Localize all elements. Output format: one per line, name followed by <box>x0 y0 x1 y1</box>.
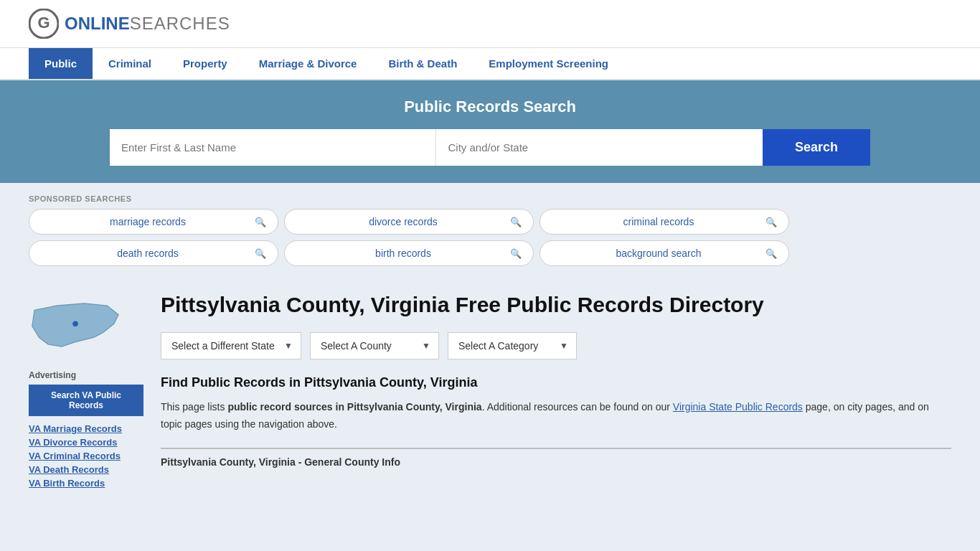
logo-searches: SEARCHES <box>130 14 230 34</box>
search-banner: Public Records Search Search <box>0 80 980 183</box>
find-records-title: Find Public Records in Pittsylvania Coun… <box>161 375 951 390</box>
find-text-bold: public record sources in Pittsylvania Co… <box>227 401 481 413</box>
category-dropdown-wrapper: Select A Category ▼ <box>448 332 577 359</box>
sponsored-pill-4[interactable]: birth records 🔍 <box>284 240 534 266</box>
sponsored-pill-2[interactable]: criminal records 🔍 <box>540 209 789 235</box>
sidebar-link-criminal[interactable]: VA Criminal Records <box>29 451 143 461</box>
advertising-label: Advertising <box>29 370 143 380</box>
find-text-2: . Additional resources can be found on o… <box>482 401 673 413</box>
main-content: Pittsylvania County, Virginia Free Publi… <box>161 292 951 491</box>
sponsored-pill-3[interactable]: death records 🔍 <box>29 240 278 266</box>
location-input[interactable] <box>436 129 762 166</box>
search-icon-5: 🔍 <box>765 248 777 259</box>
state-dropdown-wrapper: Select a Different State ▼ <box>161 332 301 359</box>
search-icon-2: 🔍 <box>765 217 777 227</box>
main-nav: Public Criminal Property Marriage & Divo… <box>0 48 980 80</box>
search-button[interactable]: Search <box>763 129 870 166</box>
sidebar-links: VA Marriage Records VA Divorce Records V… <box>29 423 143 489</box>
sponsored-pill-5[interactable]: background search 🔍 <box>540 240 789 266</box>
header: G ONLINE SEARCHES <box>0 0 980 48</box>
sponsored-pill-1[interactable]: divorce records 🔍 <box>284 209 534 235</box>
search-va-button[interactable]: Search VA Public Records <box>29 385 143 416</box>
sponsored-pill-text-4: birth records <box>296 248 510 259</box>
page-title: Pittsylvania County, Virginia Free Publi… <box>161 292 951 318</box>
nav-item-birth[interactable]: Birth & Death <box>372 48 473 79</box>
sponsored-grid: marriage records 🔍 divorce records 🔍 cri… <box>29 209 789 266</box>
state-dropdown[interactable]: Select a Different State <box>161 332 301 359</box>
sponsored-pill-text-3: death records <box>41 248 255 259</box>
find-link[interactable]: Virginia State Public Records <box>673 401 803 413</box>
search-icon-0: 🔍 <box>255 217 266 227</box>
dropdowns-row: Select a Different State ▼ Select A Coun… <box>161 332 951 359</box>
search-icon-1: 🔍 <box>510 217 522 227</box>
nav-item-marriage[interactable]: Marriage & Divorce <box>243 48 373 79</box>
va-map-icon <box>29 292 122 360</box>
logo[interactable]: G ONLINE SEARCHES <box>29 9 230 39</box>
nav-item-public[interactable]: Public <box>29 48 93 79</box>
nav-item-employment[interactable]: Employment Screening <box>473 48 624 79</box>
name-input[interactable] <box>110 129 436 166</box>
sponsored-pill-text-0: marriage records <box>41 216 255 227</box>
county-info-bar: Pittsylvania County, Virginia - General … <box>161 448 951 468</box>
svg-point-3 <box>72 321 78 327</box>
nav-item-property[interactable]: Property <box>167 48 243 79</box>
find-records-text: This page lists public record sources in… <box>161 399 951 433</box>
search-icon-4: 🔍 <box>510 248 522 259</box>
sidebar-link-marriage[interactable]: VA Marriage Records <box>29 423 143 434</box>
county-info-label: Pittsylvania County, Virginia - General … <box>161 456 400 468</box>
search-form: Search <box>110 129 870 166</box>
sponsored-section: SPONSORED SEARCHES marriage records 🔍 di… <box>0 183 980 266</box>
county-dropdown-wrapper: Select A County ▼ <box>310 332 439 359</box>
sponsored-pill-text-5: background search <box>552 248 765 259</box>
sponsored-pill-text-2: criminal records <box>552 216 765 227</box>
logo-online: ONLINE <box>65 14 130 34</box>
find-text-1: This page lists <box>161 401 227 413</box>
search-icon-3: 🔍 <box>255 248 266 259</box>
sidebar-link-death[interactable]: VA Death Records <box>29 464 143 475</box>
county-dropdown[interactable]: Select A County <box>310 332 439 359</box>
sidebar-link-divorce[interactable]: VA Divorce Records <box>29 437 143 448</box>
sponsored-pill-0[interactable]: marriage records 🔍 <box>29 209 278 235</box>
content-body: Advertising Search VA Public Records VA … <box>0 278 980 506</box>
nav-item-criminal[interactable]: Criminal <box>93 48 167 79</box>
svg-text:G: G <box>37 14 50 32</box>
logo-icon: G <box>29 9 59 39</box>
search-banner-title: Public Records Search <box>29 98 951 116</box>
sponsored-pill-text-1: divorce records <box>296 216 510 227</box>
sponsored-label: SPONSORED SEARCHES <box>29 194 951 203</box>
category-dropdown[interactable]: Select A Category <box>448 332 577 359</box>
sidebar-link-birth[interactable]: VA Birth Records <box>29 478 143 489</box>
sidebar: Advertising Search VA Public Records VA … <box>29 292 143 491</box>
